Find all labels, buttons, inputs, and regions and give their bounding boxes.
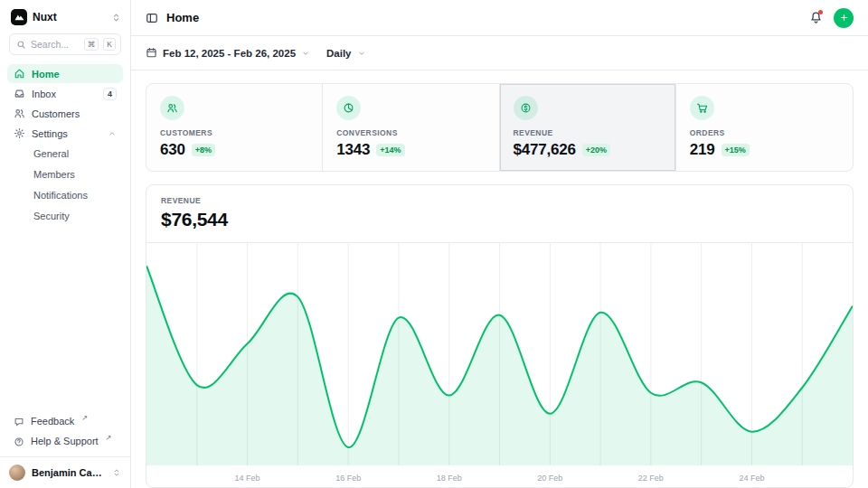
delta-badge: +15% [722,144,750,156]
date-range-label: Feb 12, 2025 - Feb 26, 2025 [163,48,296,59]
users-icon [14,108,25,119]
search-input[interactable]: Search... ⌘ K [9,33,121,55]
sub-item-label: Security [33,211,70,221]
content: CUSTOMERS 630 +8% CONVERSIONS 1343 +14% [131,70,868,488]
stat-label: ORDERS [690,128,839,137]
chart-current-value: $76,544 [161,209,838,230]
sidebar-item-settings[interactable]: Settings [7,124,123,143]
header-actions [809,8,854,28]
external-link-icon: ↗ [81,414,88,422]
notification-dot [818,10,823,14]
sidebar-footer-links: Feedback ↗ Help & Support ↗ [0,412,130,456]
granularity-select[interactable]: Daily [326,48,366,59]
sidebar-subitem-members[interactable]: Members [7,164,123,184]
feedback-link[interactable]: Feedback ↗ [7,412,123,431]
dollar-circle-icon [514,96,538,120]
sub-item-label: General [33,148,69,159]
external-link-icon: ↗ [106,434,112,442]
chevron-down-icon [357,49,366,58]
stat-value: 219 [690,141,715,159]
workspace-switcher-icon[interactable] [111,13,121,23]
user-name: Benjamin Canac [32,467,106,478]
svg-text:18 Feb: 18 Feb [437,474,462,483]
stat-label: CUSTOMERS [160,128,308,137]
stat-label: CONVERSIONS [336,128,485,137]
help-support-label: Help & Support [31,436,99,446]
svg-text:16 Feb: 16 Feb [335,474,361,483]
chevron-updown-icon [112,468,121,477]
page-header: Home [131,0,868,36]
inbox-count-badge: 4 [103,88,117,100]
revenue-chart-panel: REVENUE $76,544 14 Feb16 Feb18 Feb20 Feb… [146,184,854,488]
date-range-picker[interactable]: Feb 12, 2025 - Feb 26, 2025 [146,47,310,59]
calendar-icon [146,47,157,59]
chart-metric-label: REVENUE [161,196,838,205]
avatar [9,465,25,481]
search-placeholder: Search... [31,39,80,50]
main: Home Feb 12, 2025 - Feb 26, 2025 [131,0,868,488]
granularity-label: Daily [326,48,352,59]
workspace[interactable]: Nuxt [11,9,57,25]
help-circle-icon [14,436,24,447]
sidebar-item-label: Customers [32,108,80,119]
kbd-cmd: ⌘ [84,38,99,51]
toolbar: Feb 12, 2025 - Feb 26, 2025 Daily [131,36,868,70]
chart-header: REVENUE $76,544 [146,185,853,243]
page-title: Home [166,11,199,24]
sidebar-item-label: Inbox [32,89,56,99]
sidebar-item-customers[interactable]: Customers [7,104,123,123]
svg-text:24 Feb: 24 Feb [739,474,764,483]
revenue-area-chart[interactable]: 14 Feb16 Feb18 Feb20 Feb22 Feb24 Feb [146,243,853,487]
sidebar: Nuxt Search... ⌘ K Home [0,0,131,488]
pie-chart-icon [336,96,361,120]
stat-card-customers[interactable]: CUSTOMERS 630 +8% [146,84,323,171]
chevron-up-icon [108,129,117,138]
help-support-link[interactable]: Help & Support ↗ [7,432,123,451]
speech-bubble-icon [14,417,24,427]
shopping-cart-icon [690,96,714,120]
stat-card-orders[interactable]: ORDERS 219 +15% [676,84,853,171]
sidebar-toggle-icon[interactable] [146,12,158,24]
delta-badge: +8% [192,144,215,156]
svg-text:20 Feb: 20 Feb [537,474,562,483]
sidebar-item-label: Settings [32,128,68,139]
stats-row: CUSTOMERS 630 +8% CONVERSIONS 1343 +14% [146,83,854,172]
home-icon [14,68,25,80]
stat-value: 1343 [336,141,370,159]
delta-badge: +20% [582,144,610,156]
sidebar-item-label: Home [32,69,60,80]
gear-icon [14,127,25,139]
sidebar-item-home[interactable]: Home [7,64,123,83]
user-menu[interactable]: Benjamin Canac [0,456,130,488]
sub-item-label: Members [33,169,75,180]
sidebar-spacer [0,226,130,412]
notifications-button[interactable] [809,11,823,24]
stat-value: 630 [160,141,185,159]
chevron-down-icon [301,49,310,58]
feedback-label: Feedback [31,416,74,427]
sidebar-subitem-notifications[interactable]: Notifications [7,185,123,205]
sub-item-label: Notifications [33,190,88,201]
sidebar-item-inbox[interactable]: Inbox 4 [7,84,123,103]
svg-text:22 Feb: 22 Feb [638,474,664,483]
workspace-name: Nuxt [33,11,57,23]
app: Nuxt Search... ⌘ K Home [0,0,868,488]
stat-card-revenue[interactable]: REVENUE $477,626 +20% [500,84,676,171]
search-icon [16,40,26,50]
stat-label: REVENUE [514,128,662,137]
inbox-icon [14,88,25,99]
users-icon [160,96,184,120]
kbd-k: K [103,38,116,51]
stat-value: $477,626 [514,141,576,159]
plus-icon [839,13,849,23]
workspace-row: Nuxt [0,0,130,33]
nuxt-logo-icon [11,9,27,25]
sidebar-nav: Home Inbox 4 Customers Settings [0,64,130,226]
sidebar-subitem-security[interactable]: Security [7,206,123,226]
svg-text:14 Feb: 14 Feb [235,474,260,483]
sidebar-subitem-general[interactable]: General [7,144,123,164]
delta-badge: +14% [376,144,404,156]
add-button[interactable] [834,8,854,28]
stat-card-conversions[interactable]: CONVERSIONS 1343 +14% [323,84,499,171]
